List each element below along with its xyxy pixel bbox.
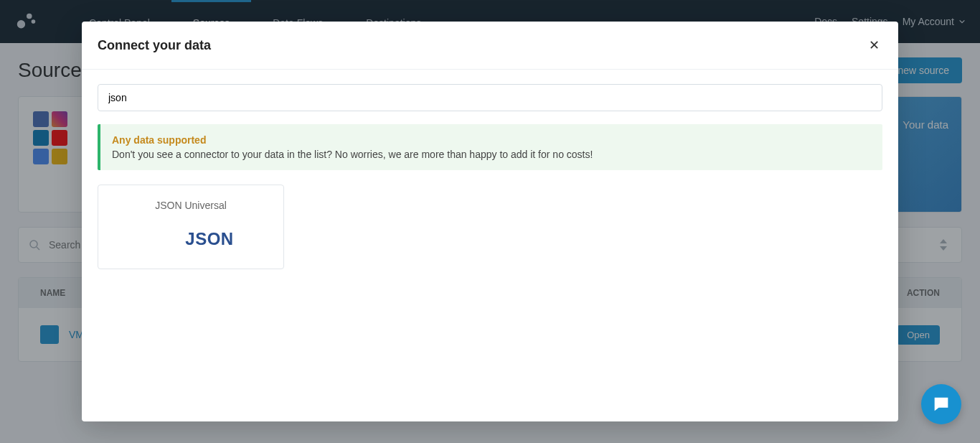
info-banner-title: Any data supported	[112, 134, 871, 146]
modal-title: Connect your data	[98, 38, 211, 53]
modal-overlay[interactable]: Connect your data ✕ Any data supported D…	[0, 0, 980, 376]
json-ring-icon	[148, 224, 178, 254]
close-icon[interactable]: ✕	[866, 34, 882, 56]
info-banner-text: Don't you see a connector to your data i…	[112, 149, 871, 160]
connect-data-modal: Connect your data ✕ Any data supported D…	[82, 22, 898, 376]
json-logo: JSON	[113, 224, 269, 254]
modal-body: Any data supported Don't you see a conne…	[82, 70, 898, 289]
connector-card-label: JSON Universal	[113, 200, 269, 211]
json-logo-text: JSON	[185, 229, 233, 249]
modal-header: Connect your data ✕	[82, 22, 898, 70]
connector-card-json-universal[interactable]: JSON Universal JSON	[98, 185, 284, 269]
connector-search-input[interactable]	[98, 84, 882, 111]
info-banner: Any data supported Don't you see a conne…	[98, 124, 882, 170]
connector-grid: JSON Universal JSON	[98, 185, 882, 269]
